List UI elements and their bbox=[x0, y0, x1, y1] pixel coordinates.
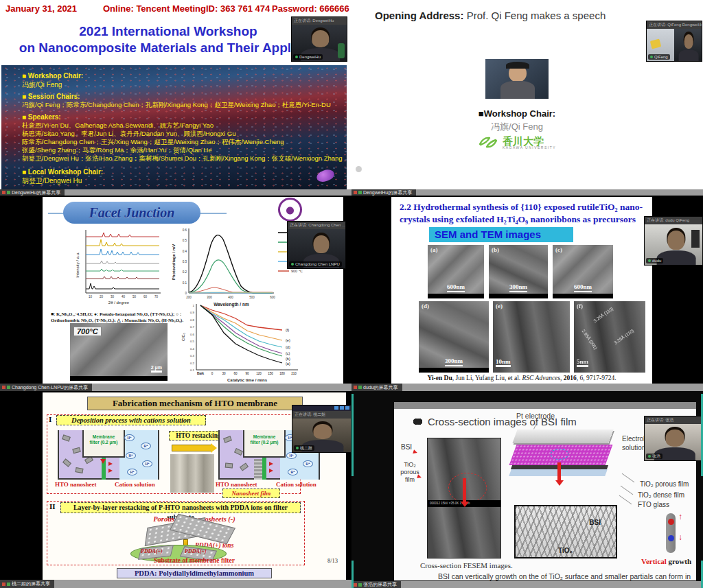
svg-text:300: 300 bbox=[207, 296, 212, 299]
h-plus-ion: H⁺ bbox=[124, 434, 135, 441]
h-plus-ion: H⁺ bbox=[288, 469, 298, 475]
micrograph-infobar bbox=[428, 294, 484, 298]
meeting-collage: January 31, 2021 Online: Tencent Meeting… bbox=[0, 0, 703, 588]
university-name-en: KAGAWA UNIVERSITY bbox=[503, 146, 556, 150]
fesem-caption: Cross-section FESEM images. bbox=[420, 561, 513, 569]
bsi-arrow bbox=[413, 449, 418, 455]
inner-filter-cup: Membranefilter (0.2 μm) bbox=[82, 430, 125, 458]
thumb-name-chip: DengweiHu bbox=[293, 54, 323, 60]
page-number: 8/13 bbox=[327, 557, 338, 564]
h-plus-ion: H⁺ bbox=[126, 452, 136, 459]
membrane-strip bbox=[262, 458, 266, 480]
sem-image-a: (a) 600nm bbox=[428, 245, 484, 298]
thumb-name-chip: Changdong Chen LNPU bbox=[289, 261, 342, 267]
share-chip: 桃二姐的屏幕共享 bbox=[0, 580, 54, 588]
svg-text:30: 30 bbox=[222, 372, 226, 375]
callout-line bbox=[622, 473, 635, 482]
scalebar-label: 10nm bbox=[496, 358, 511, 367]
sem-image-d: (d) 300nm bbox=[419, 301, 489, 373]
video-thumbnail-dengweihu[interactable]: 正在讲话: DengweiHu DengweiHu bbox=[291, 16, 347, 62]
svg-text:0.3: 0.3 bbox=[190, 354, 195, 357]
svg-text:(f): (f) bbox=[286, 328, 289, 332]
thumb-name-chip: 桃二姐 bbox=[294, 445, 314, 451]
svg-text:150: 150 bbox=[268, 372, 273, 375]
thumb-title: 正在讲话: DengweiHu bbox=[292, 17, 347, 25]
cation-solution-label: Cation solution bbox=[276, 481, 316, 488]
video-thumbnail-dudu[interactable]: 正在讲话: dudu QiFeng dudu bbox=[644, 216, 703, 266]
panel-top-right: Opening Address: Prof. Qi Feng makes a s… bbox=[352, 0, 703, 196]
slide-title: Facet Junction bbox=[63, 202, 200, 224]
share-bar: 张浩的屏幕共享 bbox=[352, 581, 703, 588]
image-letter: (a) bbox=[430, 246, 438, 253]
bsi-label: BSI bbox=[401, 443, 412, 451]
tio2-porous-label: TiO₂ porousfilm bbox=[394, 461, 426, 483]
svg-text:Dark: Dark bbox=[197, 372, 205, 375]
svg-text:(e): (e) bbox=[286, 338, 290, 342]
share-bar: Changdong Chen-LNPU的屏幕共享 bbox=[0, 384, 352, 391]
share-bar: DengweiHu的屏幕共享 bbox=[0, 189, 352, 196]
image-letter: (c) bbox=[555, 246, 562, 253]
video-thumbnail-qifeng[interactable]: 正在讲话: QiFeng DengweiHu QiFeng bbox=[646, 21, 702, 62]
tio2-porous-line1: TiO₂ porous bbox=[400, 461, 419, 475]
thumb-title: 正在讲话: QiFeng DengweiHu bbox=[647, 21, 702, 29]
share-chip: Changdong Chen-LNPU的屏幕共享 bbox=[0, 384, 92, 391]
video-thumbnail-changdong[interactable]: 正在讲话: Changdong Chen … Changdong Chen LN… bbox=[287, 221, 346, 269]
plant-decor bbox=[338, 43, 345, 58]
video-thumbnail-taoerjie[interactable]: 正在讲话: 桃二姐 桃二姐 bbox=[292, 405, 352, 453]
local-chair-name: 胡登卫/Dengwei Hu bbox=[22, 177, 82, 185]
nanosheet-film-label: Nanosheet film bbox=[222, 489, 280, 498]
vertical-growth-caption: Vertical growth bbox=[641, 557, 691, 565]
mic-icon bbox=[650, 56, 653, 58]
slide-title-line2: crystals using exfoliated H₂Ti₄O₉ nanori… bbox=[400, 213, 648, 226]
ion-arrow bbox=[108, 462, 113, 466]
image-letter: (f) bbox=[577, 303, 583, 309]
vertical-word: Vertical bbox=[641, 557, 667, 565]
mouse-clipart bbox=[315, 167, 336, 183]
thumb-name: dudu bbox=[652, 258, 661, 263]
online-text: Online: Tencent Meeting bbox=[103, 3, 206, 14]
presenter-icon bbox=[7, 191, 10, 194]
stacked-film bbox=[254, 459, 262, 480]
catalytic-chart: (f) (e) (d) (c) (b) (a) 1 0.9 0.8 0.7 0.… bbox=[180, 301, 316, 384]
svg-text:30: 30 bbox=[111, 295, 115, 298]
share-chip: dudu的屏幕共享 bbox=[352, 384, 402, 391]
svg-text:(b): (b) bbox=[286, 357, 290, 361]
citation-journal: RSC Advances bbox=[522, 375, 561, 381]
citation-author: Yi-en Du bbox=[427, 375, 452, 381]
screen-icon bbox=[354, 386, 357, 389]
thumb-name: Changdong Chen LNPU bbox=[295, 261, 340, 267]
video-thumbnail-haozhang[interactable]: 正在讲话: 张浩 张浩 bbox=[644, 416, 703, 461]
workshop-title-line1: 2021 International Workshop bbox=[0, 23, 336, 40]
svg-text:70: 70 bbox=[154, 295, 159, 298]
share-label: 张浩的屏幕共享 bbox=[363, 581, 397, 588]
hrtem-image-f: (f) 3.25Å (110) 2.95Å (001) 3.25Å (110) … bbox=[574, 301, 645, 373]
fesem-image: 000012 15kV ×35.0K 1.19μm bbox=[427, 438, 501, 558]
thumb-title: 正在讲话: Changdong Chen … bbox=[288, 222, 345, 229]
slide-title: Fabrication mechanism of HTO membrane bbox=[87, 397, 303, 410]
screen-icon bbox=[2, 583, 5, 586]
kagawa-logo: 香川大学 KAGAWA UNIVERSITY bbox=[454, 134, 579, 151]
opening-label: Opening Address: bbox=[375, 10, 463, 21]
agenda-slide: Workshop Chair: 冯旗/Qi Feng Session Chair… bbox=[1, 65, 347, 189]
slide-title: 2.2 Hydrothermal synthesis of {110} expo… bbox=[400, 201, 648, 225]
membrane-filter-label2: filter (0.2 μm) bbox=[251, 440, 279, 445]
opening-text: Prof. Qi Feng makes a speech bbox=[463, 10, 606, 21]
slide-top-band bbox=[394, 402, 696, 409]
svg-text:10: 10 bbox=[89, 295, 93, 298]
thumb-window-controls[interactable] bbox=[292, 405, 351, 411]
beaker-left: Membranefilter (0.2 μm) H⁺ H⁺ H⁺ H⁺ H⁺ bbox=[58, 430, 159, 480]
cation-solution-label: Cation solution bbox=[115, 481, 155, 488]
opening-address: Opening Address: Prof. Qi Feng makes a s… bbox=[375, 10, 606, 21]
device-schematic bbox=[509, 430, 618, 487]
xrd-chart: 10 20 30 40 50 60 70 2θ / degree Intensi… bbox=[73, 227, 164, 308]
chair-label: Workshop Chair: bbox=[22, 72, 83, 80]
svg-text:0.2: 0.2 bbox=[190, 362, 195, 365]
speakers-line1: 杜意恩/Yi-en Du、Galhenage Asha Sewvandi、姚方艺… bbox=[22, 122, 214, 130]
sem-infobar bbox=[70, 376, 168, 381]
section2-numeral: II bbox=[49, 502, 56, 510]
svg-text:0.5: 0.5 bbox=[190, 340, 195, 343]
svg-text:0.2: 0.2 bbox=[183, 270, 187, 274]
highlight-ellipse bbox=[448, 473, 487, 503]
speakers-line4: 张盛/Sheng Zhang；马蓉/Rong Ma；余涵/Han Yu；贺倩/Q… bbox=[22, 147, 212, 154]
lattice-annotation-1: 3.25Å (110) bbox=[592, 306, 614, 323]
